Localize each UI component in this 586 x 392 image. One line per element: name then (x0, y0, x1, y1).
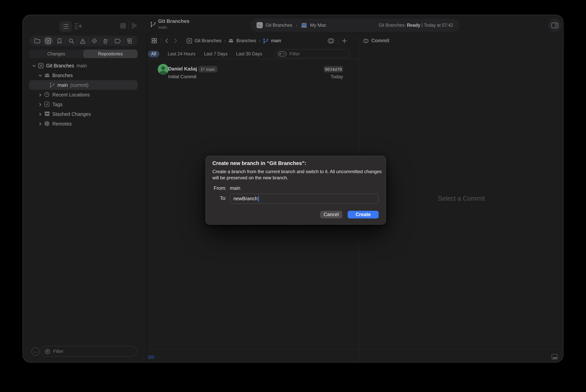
branch-name-input[interactable]: newBranch (230, 194, 379, 204)
status-state: Ready (407, 23, 420, 28)
stashed-changes-label: Stashed Changes (52, 111, 91, 117)
add-editor-plus-icon[interactable] (342, 38, 347, 43)
inspector-panel-icon (551, 22, 558, 28)
bookmark-icon (57, 38, 62, 44)
search-icon (69, 38, 74, 44)
activity-status[interactable]: Git Branches: Ready | Today at 07:42 (379, 23, 453, 28)
filter-menu-icon (278, 51, 287, 56)
breakpoint-tag-icon (115, 38, 121, 43)
navigator-divider[interactable] (147, 33, 147, 362)
window-subtitle: main (158, 25, 167, 30)
toggle-inspector-button[interactable] (548, 18, 561, 32)
commit-row[interactable]: Daniel Kašaj main Initial Commit 9034df0… (147, 62, 358, 82)
chevron-right-icon[interactable] (38, 122, 42, 126)
debugbar-divider (147, 350, 563, 350)
tab-find-navigator[interactable] (66, 36, 77, 46)
navigator-tab-bar (29, 36, 138, 46)
branches-stack-icon (44, 72, 50, 78)
chevron-right-icon[interactable] (38, 112, 42, 116)
cancel-button[interactable]: Cancel (320, 211, 342, 218)
toolbar-bottom-divider (147, 33, 563, 34)
scope-all[interactable]: All (148, 50, 159, 57)
toggle-navigator-button[interactable] (59, 21, 72, 32)
main-branch-label: main (57, 82, 68, 88)
toggle-debug-area-button[interactable] (551, 354, 558, 360)
scheme-selector[interactable]: ›_ Git Branches › My Mac (257, 22, 326, 28)
tab-report-navigator[interactable] (124, 36, 135, 46)
desktop: Git Branches main ›_ Git Branches › My M… (0, 0, 586, 392)
tree-row-branches[interactable]: Branches (23, 70, 147, 80)
navigator-more-button[interactable]: … (32, 348, 40, 356)
tab-bookmark-navigator[interactable] (54, 36, 65, 46)
tree-row-stashed-changes[interactable]: Stashed Changes (23, 109, 147, 119)
tree-row-remotes[interactable]: Remotes (23, 119, 147, 128)
mac-laptop-icon (301, 23, 307, 28)
status-suffix: | Today at 07:42 (421, 23, 453, 28)
history-filter-field[interactable]: Filter (274, 49, 350, 58)
tab-debug-navigator[interactable] (100, 36, 112, 46)
chevron-down-icon[interactable] (38, 74, 42, 77)
test-diamond-icon (92, 38, 97, 44)
window-title: Git Branches (158, 18, 190, 24)
tree-row-repo-root[interactable]: Git Branches main (23, 61, 147, 70)
tags-label: Tags (52, 102, 63, 107)
list-icon (62, 24, 69, 30)
tab-test-navigator[interactable] (89, 36, 100, 46)
tab-project-navigator[interactable] (32, 36, 43, 46)
inspector-header: Commit (363, 36, 389, 46)
breakpoints-toggle-icon[interactable] (148, 354, 155, 359)
branches-label: Branches (52, 73, 73, 78)
jumpbar-divider (147, 46, 563, 46)
stash-box-icon (44, 111, 50, 117)
run-button[interactable] (132, 22, 138, 29)
tab-source-control-navigator[interactable] (43, 36, 54, 46)
source-control-icon (38, 63, 44, 68)
scheme-project-label: Git Branches (265, 22, 292, 28)
tree-row-main-branch[interactable]: main (current) (23, 80, 147, 90)
git-branch-icon (49, 82, 55, 88)
navigator-filter-placeholder: Filter (53, 348, 63, 354)
git-branch-icon (201, 67, 205, 71)
branch-name-value: newBranch (233, 196, 258, 202)
commit-date: Today (300, 74, 343, 80)
editor-controls-divider (338, 38, 338, 44)
intelligence-button[interactable] (74, 22, 84, 32)
tree-row-recent-locations[interactable]: Recent Locations (23, 90, 147, 100)
chevron-right-icon[interactable] (38, 93, 42, 97)
tree-row-tags[interactable]: Tags (23, 100, 147, 109)
status-prefix: Git Branches: (379, 23, 406, 28)
author-avatar (158, 64, 169, 75)
to-label: To: (206, 196, 226, 201)
toolbar-divider (129, 21, 129, 30)
tag-icon (44, 102, 50, 107)
commit-message: Initial Commit (168, 74, 196, 80)
create-button[interactable]: Create (348, 211, 379, 218)
scope-last-7-days[interactable]: Last 7 Days (204, 52, 228, 56)
clock-icon (44, 92, 50, 98)
scopebar-divider (147, 59, 358, 59)
scope-last-24-hours[interactable]: Last 24 Hours (168, 52, 196, 56)
inspector-empty-state: Select a Commit (359, 195, 563, 202)
from-value: main (230, 186, 240, 191)
navigator-filter-field[interactable]: Filter (41, 346, 137, 357)
commit-hash-badge: 9034df0 (324, 66, 343, 72)
sparkle-lines-icon (74, 22, 84, 32)
scope-last-30-days[interactable]: Last 30 Days (236, 52, 262, 56)
history-scope-bar: All Last 24 Hours Last 7 Days Last 30 Da… (148, 50, 262, 58)
stop-button[interactable] (120, 23, 126, 29)
chevron-down-icon[interactable] (32, 64, 36, 68)
commit-branch-badge: main (198, 66, 217, 72)
filter-icon (45, 348, 50, 354)
tab-breakpoint-navigator[interactable] (112, 36, 123, 46)
repo-name: Git Branches (46, 63, 74, 68)
history-filter-placeholder: Filter (290, 51, 300, 56)
chevron-right-icon[interactable] (38, 102, 42, 106)
segment-repositories[interactable]: Repositories (83, 50, 138, 58)
remotes-label: Remotes (52, 121, 72, 126)
dialog-title: Create new branch in “Git Branches”: (212, 160, 306, 166)
tab-issue-navigator[interactable] (77, 36, 88, 46)
segment-changes[interactable]: Changes (29, 50, 83, 58)
repositories-tree: Git Branches main Branches (23, 61, 147, 128)
code-review-icon[interactable] (327, 38, 334, 44)
warning-triangle-icon (80, 38, 86, 44)
